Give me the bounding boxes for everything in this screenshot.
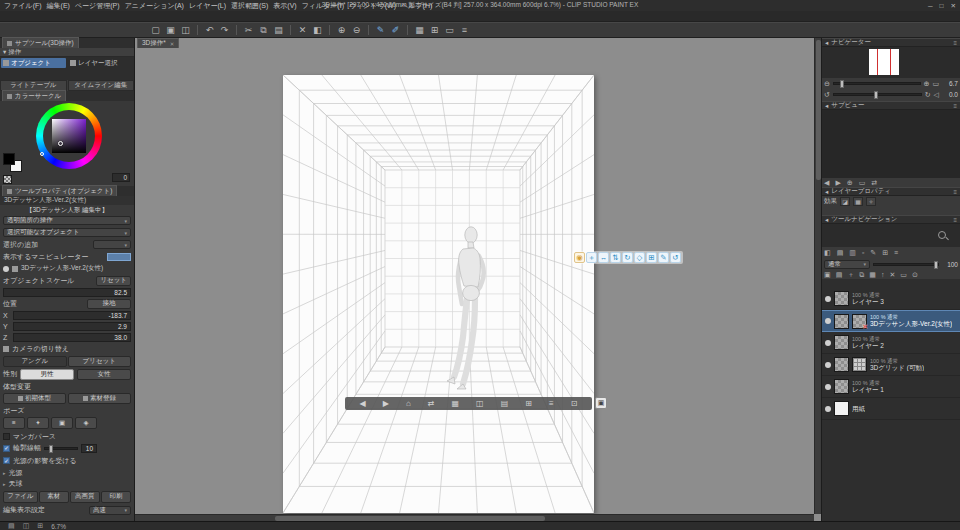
layer-row[interactable]: 100 % 通常レイヤー 3	[822, 288, 960, 310]
light-affect-checkbox[interactable]: ✓	[3, 457, 10, 464]
undo-icon[interactable]: ↶	[204, 25, 215, 36]
edit-display-dropdown[interactable]: 高速 ▾	[89, 506, 131, 515]
layer-property-header[interactable]: ◂ レイヤープロパティ ≡	[822, 187, 960, 196]
border-effect-icon[interactable]: ◪	[840, 197, 850, 206]
delete-icon[interactable]: ✕	[297, 25, 308, 36]
thumbnail-icon[interactable]: ▤	[837, 249, 844, 257]
menu-edit[interactable]: 編集(E)	[47, 1, 70, 11]
duplicate-layer-icon[interactable]: ⧉	[859, 271, 864, 279]
transparent-color-swatch[interactable]	[3, 175, 12, 184]
model-settings-icon[interactable]: ⊡	[571, 397, 578, 410]
color-value-field[interactable]: 0	[112, 173, 130, 182]
status-doc-icon[interactable]: ▤	[8, 522, 15, 530]
3d-mannequin[interactable]	[283, 75, 594, 513]
snap-icon[interactable]: ⊞	[429, 25, 440, 36]
layer-opacity-slider[interactable]	[873, 263, 939, 266]
fill-icon[interactable]: ◧	[312, 25, 323, 36]
layer-thumbnail[interactable]	[834, 335, 849, 350]
menu-selection[interactable]: 選択範囲(S)	[231, 1, 268, 11]
object-visible-icon[interactable]	[3, 266, 9, 272]
layer-color-effect-icon[interactable]: ✧	[866, 197, 876, 206]
delete-layer-icon[interactable]: ✕	[889, 271, 895, 279]
subview-header[interactable]: ◂ サブビュー ≡	[822, 101, 960, 110]
layer-visible-icon[interactable]	[825, 340, 831, 346]
layer-row[interactable]: 100 % 通常レイヤー 2	[822, 332, 960, 354]
flip-model-icon[interactable]: ⇄	[428, 397, 435, 410]
layer-thumbnail[interactable]	[834, 291, 849, 306]
ground-button[interactable]: 接地	[87, 299, 131, 309]
layer-visible-icon[interactable]	[825, 406, 831, 412]
layer-visible-icon[interactable]	[825, 384, 831, 390]
layer-thumbnail[interactable]	[834, 379, 849, 394]
preset-button[interactable]: プリセット	[68, 356, 132, 367]
pose-hand-icon[interactable]: ✦	[27, 417, 49, 429]
tab-material[interactable]: 素材	[39, 491, 69, 503]
outline-width-slider[interactable]	[44, 447, 78, 450]
male-button[interactable]: 男性	[20, 369, 74, 380]
navigator-header[interactable]: ◂ ナビゲーター ≡	[822, 38, 960, 47]
outline-width-checkbox[interactable]: ✓	[3, 445, 10, 452]
scale-icon[interactable]: ◇	[634, 252, 645, 263]
prev-image-icon[interactable]: ◀	[824, 179, 829, 187]
object-scale-slider[interactable]: 82.5	[3, 288, 131, 297]
tab-tool-property[interactable]: ツールプロパティ(オブジェクト)	[2, 185, 117, 196]
move-icon[interactable]: ＋	[586, 252, 597, 263]
layer-material-thumbnail[interactable]: ✕	[852, 314, 867, 329]
grid-icon[interactable]: ▦	[414, 25, 425, 36]
manga-perspective-checkbox[interactable]	[3, 433, 10, 440]
prev-model-icon[interactable]: ◀	[360, 397, 366, 410]
transparent-area-dropdown[interactable]: 透明箇所の操作 ▾	[3, 216, 131, 225]
saturation-value-square[interactable]	[52, 119, 86, 153]
magnifier-icon[interactable]	[938, 231, 946, 239]
material-palette-icon[interactable]: ▤	[501, 397, 509, 410]
status-save-icon[interactable]: ◫	[23, 522, 30, 530]
copy-icon[interactable]: ⧉	[258, 25, 269, 36]
next-image-icon[interactable]: ▶	[835, 179, 840, 187]
subtool-group-header[interactable]: ▾ 操作	[0, 48, 134, 57]
zoom-in-icon[interactable]: ⊕	[924, 80, 930, 88]
edit-pose-icon[interactable]: ✎	[658, 252, 669, 263]
document-tab[interactable]: 3D操作* ✕	[137, 38, 179, 48]
selection-eraser-icon[interactable]: ✐	[390, 25, 401, 36]
sky-sphere-row[interactable]: ▸ 天球	[3, 478, 131, 489]
pose-register-icon[interactable]: ▣	[51, 417, 73, 429]
new-file-icon[interactable]: ▢	[150, 25, 161, 36]
palette-menu-icon[interactable]: ≡	[953, 217, 957, 223]
camera-switch-row[interactable]: カメラの切り替え	[3, 343, 131, 354]
save-icon[interactable]: ◫	[180, 25, 191, 36]
close-icon[interactable]: ✕	[951, 2, 956, 10]
outline-width-value[interactable]: 10	[81, 444, 97, 453]
rotate-ccw-icon[interactable]: ↺	[824, 91, 830, 99]
tab-subtool[interactable]: サブツール(3D操作)	[2, 37, 79, 48]
toolbar-settings-icon[interactable]: ≡	[459, 25, 470, 36]
zoom-out-icon[interactable]: ⊖	[351, 25, 362, 36]
palette-menu-icon[interactable]: ≡	[953, 40, 957, 46]
layer-visible-icon[interactable]	[825, 362, 831, 368]
reset-pose-icon[interactable]: ↺	[670, 252, 681, 263]
open-file-icon[interactable]: ▣	[165, 25, 176, 36]
menu-layer[interactable]: レイヤー(L)	[189, 1, 226, 11]
layer-visible-icon[interactable]	[825, 296, 831, 302]
subview-fit-icon[interactable]: ▭	[859, 179, 866, 187]
hue-cursor[interactable]	[40, 152, 44, 156]
color-cursor[interactable]	[58, 141, 63, 146]
female-button[interactable]: 女性	[77, 369, 131, 380]
layer-settings-icon[interactable]: ⊙	[912, 271, 918, 279]
mask-display-icon[interactable]: ▥	[849, 249, 856, 257]
register-material-button[interactable]: 素材登録	[68, 393, 131, 404]
collapse-icon[interactable]: ◂	[825, 188, 828, 196]
new-vector-layer-icon[interactable]: ▤	[836, 271, 843, 279]
light-source-row[interactable]: ▸ 光源	[3, 467, 131, 478]
subview-zoom-icon[interactable]: ⊕	[847, 179, 853, 187]
subtool-item-layer-select[interactable]: レイヤー選択	[68, 58, 133, 68]
collapse-icon[interactable]: ◂	[825, 39, 828, 47]
layer-thumbnail[interactable]	[834, 314, 849, 329]
transfer-layer-icon[interactable]: ↑	[881, 271, 885, 278]
layer-mask-icon[interactable]: ▭	[900, 271, 907, 279]
lock-layer-icon[interactable]: ⊞	[882, 249, 888, 257]
tab-quality[interactable]: 高画質	[70, 491, 100, 503]
reference-layer-icon[interactable]: ▫	[862, 249, 864, 256]
rotate-slider[interactable]	[833, 93, 922, 96]
tab-timeline-edit[interactable]: タイムライン編集	[68, 80, 135, 91]
tab-close-icon[interactable]: ✕	[170, 41, 175, 47]
